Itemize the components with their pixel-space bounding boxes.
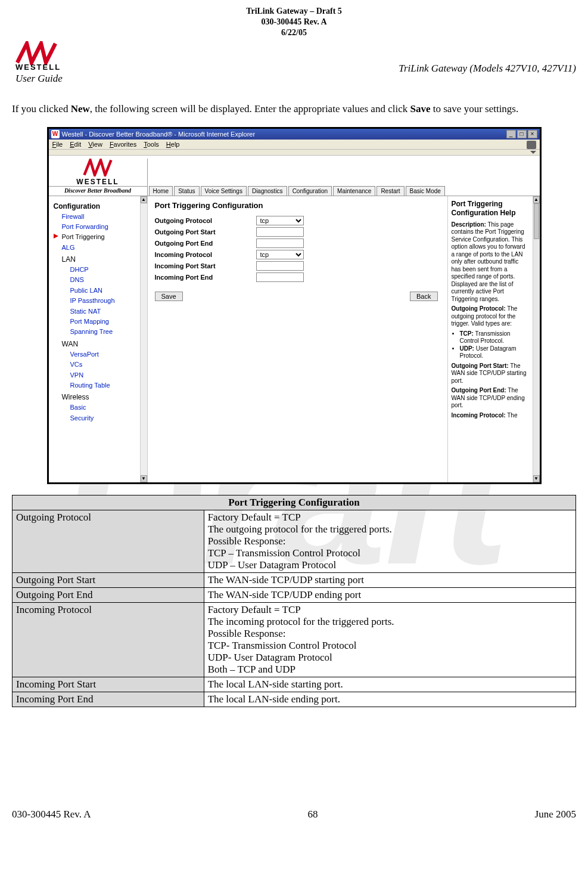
scroll-up-icon[interactable]: ▲ [141,196,147,203]
help-outgoing-end: Outgoing Port End: The WAN side TCP/UDP … [452,387,536,410]
window-titlebar[interactable]: W Westell - Discover Better Broadband® -… [49,129,540,140]
help-title: Port Triggering Configuration Help [452,200,536,218]
tab-maintenance[interactable]: Maintenance [333,186,375,196]
close-button[interactable]: × [528,130,537,138]
screenshot-window: W Westell - Discover Better Broadband® -… [47,127,542,484]
input-outgoing-port-end[interactable] [256,238,304,248]
table-row: Incoming Port EndThe local LAN-side endi… [13,692,576,707]
scroll-down-icon[interactable]: ▼ [141,475,147,482]
tab-configuration[interactable]: Configuration [288,186,332,196]
main-content: Port Triggering Configuration Outgoing P… [148,196,447,482]
sidebar-heading-lan[interactable]: LAN [54,255,147,264]
input-incoming-port-start[interactable] [256,261,304,271]
tab-home[interactable]: Home [149,186,173,196]
menu-file[interactable]: File [52,141,63,148]
sidebar-item-vcs[interactable]: VCs [54,360,147,370]
sidebar-item-port-mapping[interactable]: Port Mapping [54,317,147,327]
maximize-button[interactable]: □ [517,130,527,138]
sidebar-item-wireless-security[interactable]: Security [54,413,147,423]
doc-header-line1: TriLink Gateway – Draft 5 [12,6,576,17]
westell-logo-icon [12,41,66,65]
app-brand: WESTELL Discover Better Broadband [49,159,148,196]
input-outgoing-port-start[interactable] [256,227,304,237]
help-bullet-udp: UDP: User Datagram Protocol. [460,345,529,360]
label-incoming-port-end: Incoming Port End [155,274,256,281]
menu-tools[interactable]: Tools [144,141,159,148]
help-bullet-tcp: TCP: Transmission Control Protocol. [460,330,529,345]
doc-header-right: TriLink Gateway (Models 427V10, 427V11) [399,63,576,75]
sidebar-item-public-lan[interactable]: Public LAN [54,286,147,296]
label-incoming-port-start: Incoming Port Start [155,262,256,270]
help-protocol-list: TCP: Transmission Control Protocol. UDP:… [460,330,536,360]
help-outgoing-start: Outgoing Port Start: The WAN side TCP/UD… [452,363,536,385]
doc-header: TriLink Gateway – Draft 5 030-300445 Rev… [12,6,576,39]
sidebar-item-port-triggering[interactable]: Port Triggering [54,232,147,242]
chevron-down-icon[interactable] [530,151,536,154]
table-row: Outgoing Port EndThe WAN-side TCP/UDP en… [13,587,576,602]
sidebar-item-static-nat[interactable]: Static NAT [54,306,147,317]
sidebar-item-versaport[interactable]: VersaPort [54,349,147,360]
window-title: Westell - Discover Better Broadband® - M… [62,131,256,138]
menu-help[interactable]: Help [166,141,180,148]
sidebar-item-firewall[interactable]: Firewall [54,212,147,222]
sidebar-item-dhcp[interactable]: DHCP [54,265,147,275]
menu-edit[interactable]: Edit [70,141,81,148]
sidebar-item-port-forwarding[interactable]: Port Forwarding [54,222,147,232]
label-outgoing-port-start: Outgoing Port Start [155,228,256,236]
help-outgoing-protocol: Outgoing Protocol: The outgoing protocol… [452,305,536,328]
sidebar-item-wireless-basic[interactable]: Basic [54,402,147,413]
back-button[interactable]: Back [410,292,437,301]
doc-header-line2: 030-300445 Rev. A [12,17,576,27]
label-incoming-protocol: Incoming Protocol [155,251,256,258]
sidebar: ▲ ▼ Configuration Firewall Port Forwardi… [49,196,148,482]
menu-view[interactable]: View [88,141,102,148]
remote-icon[interactable] [527,141,536,149]
select-outgoing-protocol[interactable]: tcp [256,216,304,225]
menu-favorites[interactable]: Favorites [110,141,136,148]
help-scrollbar[interactable]: ▲ ▼ [533,196,540,482]
help-description: Description: This page contains the Port… [452,221,536,303]
tab-status[interactable]: Status [174,186,199,196]
westell-logo-icon [83,159,113,178]
sidebar-item-routing-table[interactable]: Routing Table [54,380,147,391]
sidebar-heading-config: Configuration [54,202,147,210]
logo-company-name: WESTELL [15,63,61,72]
minimize-button[interactable]: _ [506,130,516,138]
sidebar-item-spanning-tree[interactable]: Spanning Tree [54,327,147,337]
logo-block: WESTELL User Guide [12,41,66,85]
table-row: Incoming ProtocolFactory Default = TCP T… [13,602,576,677]
select-incoming-protocol[interactable]: tcp [256,250,304,259]
brand-tagline: Discover Better Broadband [49,186,147,194]
scroll-thumb[interactable] [534,203,539,239]
nav-tabs: Home Status Voice Settings Diagnostics C… [148,184,540,196]
app-icon: W [51,130,60,138]
user-guide-label: User Guide [15,73,63,85]
sidebar-item-ip-passthrough[interactable]: IP Passthrough [54,296,147,306]
input-incoming-port-end[interactable] [256,272,304,282]
app-header: WESTELL Discover Better Broadband Home S… [49,156,540,196]
footer-left: 030-300445 Rev. A [12,809,91,820]
tab-restart[interactable]: Restart [377,186,404,196]
tab-basic-mode[interactable]: Basic Mode [406,186,445,196]
config-description-table: Port Triggering Configuration Outgoing P… [12,495,576,707]
sidebar-heading-wan[interactable]: WAN [54,340,147,348]
page-title: Port Triggering Configuration [155,201,440,210]
label-outgoing-port-end: Outgoing Port End [155,240,256,247]
doc-header-line3: 6/22/05 [12,27,576,38]
tab-voice[interactable]: Voice Settings [201,186,247,196]
menubar: File Edit View Favorites Tools Help [49,140,540,150]
sidebar-item-dns[interactable]: DNS [54,275,147,285]
brand-name: WESTELL [76,178,119,186]
table-title: Port Triggering Configuration [13,495,576,510]
label-outgoing-protocol: Outgoing Protocol [155,217,256,224]
save-button[interactable]: Save [155,292,183,301]
intro-paragraph: If you clicked New, the following screen… [12,103,576,116]
tab-diagnostics[interactable]: Diagnostics [248,186,287,196]
toolbar-row [49,150,540,156]
sidebar-item-vpn[interactable]: VPN [54,370,147,380]
scroll-up-icon[interactable]: ▲ [533,196,540,203]
table-row: Incoming Port StartThe local LAN-side st… [13,677,576,692]
sidebar-heading-wireless[interactable]: Wireless [54,393,147,401]
scroll-down-icon[interactable]: ▼ [533,475,540,482]
sidebar-item-alg[interactable]: ALG [54,243,147,253]
